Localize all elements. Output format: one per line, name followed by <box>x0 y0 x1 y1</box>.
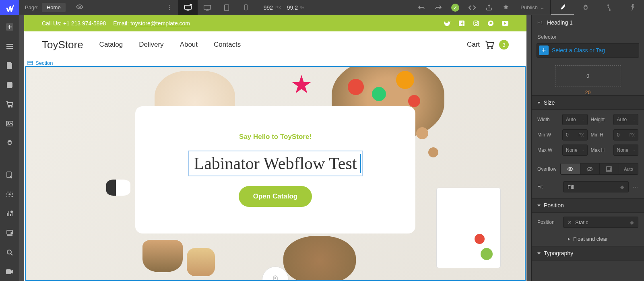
page-name[interactable]: Home <box>42 3 66 12</box>
nav-link-about[interactable]: About <box>180 41 198 49</box>
cart-widget[interactable]: Cart 3 <box>467 40 509 50</box>
audit-icon[interactable] <box>0 205 19 223</box>
design-canvas[interactable]: Call Us: +1 213 974-5898 Email: toystore… <box>24 15 526 281</box>
pages-icon[interactable] <box>0 56 19 75</box>
page-selector[interactable]: Page: Home <box>19 3 71 12</box>
position-select[interactable]: ✕ Static ◆ <box>563 217 638 228</box>
project-settings-icon[interactable] <box>0 134 19 152</box>
margin-bottom-value[interactable]: 20 <box>585 90 590 95</box>
size-properties: Width Auto- Height Auto- Min W 0PX Min H… <box>532 110 644 160</box>
video-icon[interactable] <box>0 262 19 281</box>
svg-point-0 <box>79 6 80 8</box>
marquee-tool-icon[interactable] <box>0 185 19 204</box>
youtube-icon[interactable] <box>502 20 509 27</box>
cms-icon[interactable] <box>0 76 19 94</box>
hero-heading[interactable]: Labinator Webflow Test <box>188 151 362 176</box>
hero-card: Say Hello to ToyStore! Labinator Webflow… <box>135 106 415 233</box>
position-section-header[interactable]: Position <box>532 198 644 213</box>
email-link[interactable]: toystore@template.com <box>130 20 190 27</box>
svg-rect-4 <box>244 4 247 10</box>
width-input[interactable]: Auto- <box>562 114 588 125</box>
hero-subtitle[interactable]: Say Hello to ToyStore! <box>239 133 312 141</box>
tablet-device-button[interactable] <box>198 0 217 15</box>
add-element-icon[interactable] <box>0 18 19 36</box>
fit-label: Fit <box>537 184 559 190</box>
mobile-device-button[interactable] <box>236 0 256 15</box>
undo-icon[interactable] <box>413 0 429 15</box>
minh-input[interactable]: 0PX <box>613 129 639 140</box>
overflow-auto-button[interactable]: Auto <box>619 163 638 174</box>
add-class-icon[interactable]: + <box>539 45 549 55</box>
desktop-device-button[interactable]: ✦ <box>178 0 198 15</box>
selector-section-label: Selector <box>532 30 644 42</box>
cursor-tool-icon[interactable] <box>0 166 19 184</box>
maxw-label: Max W <box>537 147 559 153</box>
collapse-icon <box>537 205 541 207</box>
fit-select[interactable]: Fill◆ <box>563 181 629 192</box>
code-icon[interactable] <box>464 0 480 15</box>
nav-link-catalog[interactable]: Catalog <box>99 41 123 49</box>
publish-button[interactable]: Publish ⌄ <box>515 4 550 10</box>
publish-label: Publish <box>520 4 538 10</box>
height-label: Height <box>591 117 610 122</box>
hero-section[interactable]: Say Hello to ToyStore! Labinator Webflow… <box>25 66 526 281</box>
status-check-icon[interactable]: ✓ <box>447 0 463 15</box>
nav-link-contacts[interactable]: Contacts <box>214 41 241 49</box>
canvas-zoom[interactable]: 99.2 <box>287 4 298 11</box>
maxh-input[interactable]: None- <box>613 145 639 156</box>
overflow-label: Overflow <box>537 166 556 172</box>
svg-point-14 <box>11 211 12 213</box>
size-section-header[interactable]: Size <box>532 95 644 110</box>
class-selector-input[interactable]: + Select a Class or Tag <box>537 43 639 58</box>
navigator-icon[interactable] <box>0 37 19 56</box>
overflow-visible-button[interactable] <box>561 163 580 174</box>
expand-icon <box>568 238 570 241</box>
padding-box[interactable]: 0 20 <box>555 65 621 87</box>
export-icon[interactable] <box>481 0 497 15</box>
components-icon[interactable] <box>0 224 19 242</box>
search-icon[interactable] <box>0 243 19 262</box>
assets-icon[interactable] <box>0 114 19 133</box>
maxw-input[interactable]: None- <box>562 145 588 156</box>
spacing-editor[interactable]: 0 20 <box>537 62 638 91</box>
facebook-icon[interactable] <box>458 20 465 27</box>
preview-icon[interactable] <box>71 4 88 10</box>
tablet-portrait-button[interactable] <box>217 0 236 15</box>
pinterest-icon[interactable] <box>487 20 494 27</box>
more-menu-icon[interactable]: ⋮ <box>161 7 178 8</box>
float-clear-toggle[interactable]: Float and clear <box>532 232 644 246</box>
nav-link-delivery[interactable]: Delivery <box>139 41 163 49</box>
cart-icon <box>485 40 494 49</box>
svg-point-22 <box>477 21 478 22</box>
selected-element-tag: H1 Heading 1 <box>532 15 644 30</box>
interactions-tab[interactable] <box>597 0 621 15</box>
minw-input[interactable]: 0PX <box>562 129 588 140</box>
more-icon[interactable]: ⋯ <box>633 184 638 190</box>
email-wrapper: Email: toystore@template.com <box>113 20 190 27</box>
ecommerce-icon[interactable] <box>0 95 19 114</box>
twitter-icon[interactable] <box>444 20 451 27</box>
section-label-text: Section <box>35 60 53 66</box>
canvas-width[interactable]: 992 <box>264 4 273 11</box>
maxh-label: Max H <box>591 147 610 153</box>
section-element-label[interactable]: Section <box>25 59 55 67</box>
site-announcement-bar: Call Us: +1 213 974-5898 Email: toystore… <box>24 15 526 31</box>
effects-tab[interactable] <box>621 0 644 15</box>
canvas-viewport: Call Us: +1 213 974-5898 Email: toystore… <box>19 15 531 281</box>
overflow-scroll-button[interactable] <box>600 163 619 174</box>
webflow-logo[interactable] <box>0 0 19 15</box>
height-input[interactable]: Auto- <box>613 114 639 125</box>
chevron-down-icon: ⌄ <box>540 4 545 10</box>
overflow-buttons: Auto <box>560 163 638 175</box>
redo-icon[interactable] <box>430 0 446 15</box>
hero-cta-button[interactable]: Open Catalog <box>239 186 312 207</box>
instagram-icon[interactable] <box>473 20 480 27</box>
settings-tab[interactable] <box>574 0 597 15</box>
cart-count-badge: 3 <box>499 40 509 50</box>
site-brand[interactable]: ToyStore <box>42 39 83 51</box>
style-tab[interactable] <box>551 0 574 15</box>
overflow-hidden-button[interactable] <box>580 163 600 174</box>
rocket-icon[interactable] <box>498 0 514 15</box>
typography-section-header[interactable]: Typography <box>532 246 644 260</box>
padding-value[interactable]: 0 <box>586 73 589 79</box>
